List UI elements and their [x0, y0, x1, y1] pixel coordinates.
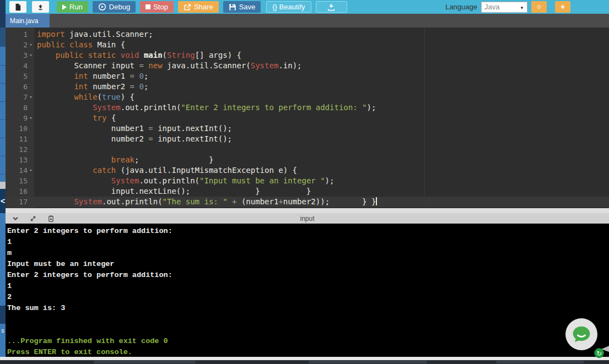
stop-icon [145, 4, 150, 9]
run-button[interactable]: Run [57, 1, 88, 13]
console-line: 1 [7, 237, 609, 248]
code-line[interactable]: 13 break; } [6, 155, 609, 165]
sidebar-collapse-button[interactable]: < [0, 189, 6, 213]
console-line: Press ENTER to exit console. [7, 347, 609, 358]
line-number: 14▾ [6, 165, 34, 176]
sidebar-letter: s [1, 327, 4, 334]
code-editor[interactable]: 1import java.util.Scanner;2▾public class… [6, 28, 609, 208]
code-line[interactable]: 4 Scanner input = new java.util.Scanner(… [6, 61, 609, 71]
debug-button[interactable]: Debug [93, 1, 136, 13]
code-line[interactable]: 3▾ public static void main(String[] args… [6, 50, 609, 61]
sidebar-segment: s [0, 324, 6, 357]
code-line[interactable]: 16 input.nextLine(); } } [6, 186, 609, 197]
fold-toggle-icon[interactable]: ▾ [28, 50, 34, 61]
code-line[interactable]: 1import java.util.Scanner; [6, 29, 609, 40]
new-file-icon [15, 3, 21, 12]
code-line[interactable]: 7▾ while(true) { [6, 92, 609, 102]
run-label: Run [69, 3, 83, 11]
line-number: 12 [6, 144, 34, 155]
fold-toggle-icon[interactable]: ▾ [28, 40, 34, 50]
line-number: 2▾ [6, 40, 34, 50]
code-line[interactable]: 10 number1 = input.nextInt(); [6, 123, 609, 134]
console-line: The sum is: 3 [7, 303, 609, 314]
code-line[interactable]: 2▾public class Main { [6, 40, 609, 50]
tab-main-java[interactable]: Main.java [6, 14, 50, 28]
line-number: 7▾ [6, 92, 34, 102]
code-line[interactable]: 15 System.out.println("Input must be an … [6, 176, 609, 186]
sidebar-buttons-strip[interactable] [0, 47, 6, 182]
console-line [7, 314, 609, 325]
sidebar-segment [0, 28, 6, 47]
console-line: Enter 2 integers to perform addition: [7, 270, 609, 281]
line-number: 11 [6, 134, 34, 144]
line-number: 13 [6, 155, 34, 165]
panel-splitter[interactable] [6, 208, 609, 213]
console-header: input [6, 213, 609, 224]
line-number: 15 [6, 176, 34, 186]
share-button[interactable]: Share [178, 1, 219, 13]
settings-button[interactable] [555, 1, 570, 13]
tab-bar: Main.java [0, 14, 609, 28]
sidebar-segment [0, 0, 6, 28]
save-icon [229, 3, 236, 11]
console-line: 2 [7, 292, 609, 303]
upload-button[interactable] [32, 1, 49, 13]
sidebar-segment [0, 182, 6, 189]
code-line[interactable]: 11 number2 = input.nextInt(); [6, 134, 609, 144]
beautify-button[interactable]: {} Beautify [266, 1, 311, 13]
scrollbar-segment [94, 361, 196, 363]
save-button[interactable]: Save [223, 1, 261, 13]
horizontal-scrollbar[interactable] [0, 360, 609, 364]
console-line: m [7, 248, 609, 259]
scrollbar-segment [496, 361, 584, 363]
fold-toggle-icon[interactable]: ▾ [28, 113, 34, 123]
fold-toggle-icon[interactable]: ▾ [28, 165, 34, 176]
sidebar-segment [0, 306, 6, 324]
line-number: 10 [6, 123, 34, 134]
gear-icon [561, 3, 565, 11]
stop-label: Stop [153, 3, 168, 11]
play-icon [62, 4, 67, 10]
console-line: 1 [7, 281, 609, 292]
line-number: 6 [6, 82, 34, 92]
chat-balloon-icon [571, 324, 592, 345]
console-line: Input must be an integer [7, 259, 609, 270]
console-line [7, 325, 609, 336]
new-file-button[interactable] [9, 1, 26, 13]
code-lines: 1import java.util.Scanner;2▾public class… [6, 29, 609, 207]
stop-button[interactable]: Stop [140, 1, 174, 13]
code-line[interactable]: 17 System.out.println("The sum is: " + (… [6, 197, 609, 207]
line-number: 8 [6, 102, 34, 113]
console-output[interactable]: Enter 2 integers to perform addition:1mI… [6, 224, 609, 357]
fold-toggle-icon[interactable]: ▾ [28, 92, 34, 102]
chevron-down-icon: ▼ [520, 6, 524, 10]
left-sidebar-strip: < s [0, 0, 6, 357]
code-line[interactable]: 6 int number2 = 0; [6, 82, 609, 92]
code-line[interactable]: 5 int number1 = 0; [6, 71, 609, 82]
line-number: 17 [6, 197, 34, 207]
debug-label: Debug [109, 3, 130, 11]
collapse-chevron-icon: < [1, 197, 5, 205]
line-number: 3▾ [6, 50, 34, 61]
line-number: 16 [6, 186, 34, 197]
code-line[interactable]: 14▾ catch (java.util.InputMismatchExcept… [6, 165, 609, 176]
console-line: Enter 2 integers to perform addition: [7, 226, 609, 237]
tab-label: Main.java [10, 17, 38, 25]
line-number: 5 [6, 71, 34, 82]
share-icon [184, 3, 191, 11]
console-lines: Enter 2 integers to perform addition:1mI… [7, 226, 609, 358]
sidebar-segment [0, 213, 6, 306]
code-line[interactable]: 8 System.out.println("Enter 2 integers t… [6, 102, 609, 113]
scrollbar-segment [309, 361, 427, 363]
code-line[interactable]: 9▾ try { [6, 113, 609, 123]
beautify-label: {} Beautify [272, 3, 305, 11]
language-select[interactable]: Java ▼ [481, 2, 527, 13]
info-button[interactable] [531, 1, 547, 13]
console-title: input [6, 215, 609, 222]
chat-widget-button[interactable] [565, 318, 597, 350]
code-line[interactable]: 12 [6, 144, 609, 155]
info-icon [537, 3, 541, 11]
download-button[interactable] [316, 1, 347, 13]
onlinegdb-ide: Run Debug Stop Share [0, 0, 609, 364]
text-cursor [376, 197, 377, 205]
